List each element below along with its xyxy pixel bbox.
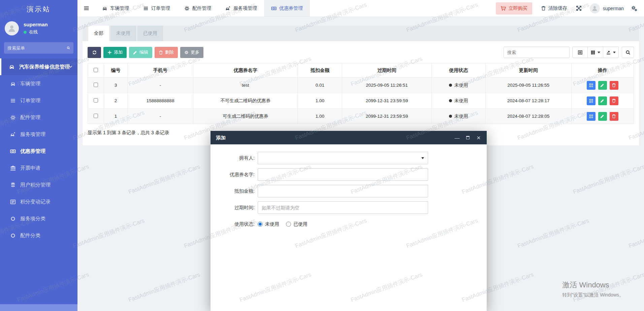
tab-service-mgmt[interactable]: 服务项管理 <box>218 0 264 17</box>
more-button[interactable]: 更多 <box>180 47 203 58</box>
avatar[interactable] <box>5 21 19 35</box>
expire-input[interactable] <box>258 201 428 214</box>
owner-label: 拥有人: <box>211 155 258 161</box>
row-edit-button[interactable] <box>598 112 607 121</box>
col-header-id[interactable]: 编号 <box>104 63 128 78</box>
sidebar-item-user-points-mgmt[interactable]: 用户积分管理 <box>0 176 77 193</box>
columns-button[interactable] <box>588 47 603 58</box>
fullscreen-button[interactable] <box>576 5 582 11</box>
add-button[interactable]: 添加 <box>103 47 127 58</box>
tab-coupon-mgmt[interactable]: 优惠券管理 <box>264 0 310 17</box>
filter-tab-used[interactable]: 已使用 <box>137 26 163 41</box>
clear-cache-button[interactable]: 清除缓存 <box>541 5 567 11</box>
col-header-name[interactable]: 优惠券名字 <box>193 63 298 78</box>
qrcode-button[interactable] <box>587 81 595 90</box>
sidebar-item-invoice-request[interactable]: 开票申请 <box>0 160 77 176</box>
clear-cache-label: 清除缓存 <box>548 5 567 11</box>
tab-vehicle-mgmt[interactable]: 车辆管理 <box>95 0 136 17</box>
row-edit-button[interactable] <box>598 81 607 90</box>
export-button[interactable] <box>603 47 619 58</box>
edit-button[interactable]: 编辑 <box>129 47 152 58</box>
status-option-unused[interactable]: 未使用 <box>258 221 279 227</box>
radio-used[interactable] <box>286 222 291 227</box>
close-button[interactable]: ✕ <box>476 135 481 140</box>
row-delete-button[interactable] <box>610 112 618 121</box>
maximize-button[interactable] <box>465 135 471 140</box>
top-navbar: 车辆管理 订单管理 配件管理 服务项管理 优惠券管理 立即购买 清除缓存 <box>77 0 644 17</box>
select-all-checkbox[interactable] <box>94 68 98 72</box>
col-header-status[interactable]: 使用状态 <box>431 63 485 78</box>
col-header-updated[interactable]: 更新时间 <box>485 63 571 78</box>
row-delete-button[interactable] <box>610 96 618 105</box>
sidebar-item-points-log[interactable]: 积分变动记录 <box>0 193 77 210</box>
settings-button[interactable] <box>631 5 637 11</box>
filter-tab-all[interactable]: 全部 <box>88 26 109 41</box>
tab-label: 订单管理 <box>151 5 170 11</box>
qrcode-icon <box>589 98 593 103</box>
refresh-button[interactable] <box>88 47 101 58</box>
hamburger-icon <box>84 5 89 11</box>
filter-tab-unused[interactable]: 未使用 <box>110 26 136 41</box>
sidebar-item-label: 优惠券管理 <box>20 148 45 154</box>
coupon-name-input[interactable] <box>258 168 428 181</box>
col-header-phone[interactable]: 手机号 <box>128 63 193 78</box>
car-icon <box>9 64 15 70</box>
trash-icon <box>159 50 163 55</box>
table-search-input[interactable] <box>504 47 570 58</box>
sidebar-item-car-maintenance-mgmt[interactable]: 汽车保养维修信息管理 <box>0 58 77 75</box>
sidebar-menu: 汽车保养维修信息管理 车辆管理 订单管理 配件管理 服务项管理 优惠券管理 开票… <box>0 58 77 244</box>
toggle-view-button[interactable] <box>572 47 588 58</box>
col-header-expire[interactable]: 过期时间 <box>342 63 431 78</box>
tab-label: 服务项管理 <box>233 5 257 11</box>
tab-label: 车辆管理 <box>110 5 129 11</box>
owner-select[interactable] <box>258 152 428 164</box>
status-option-used[interactable]: 已使用 <box>286 221 308 227</box>
status-dot-icon <box>449 99 452 102</box>
minimize-button[interactable]: — <box>454 135 460 140</box>
sidebar-item-parts-mgmt[interactable]: 配件管理 <box>0 109 77 126</box>
menu-search-box[interactable] <box>4 42 73 54</box>
radio-unused[interactable] <box>258 222 263 227</box>
amount-input[interactable] <box>258 185 428 197</box>
row-delete-button[interactable] <box>610 81 618 90</box>
sidebar-item-vehicle-mgmt[interactable]: 车辆管理 <box>0 75 77 92</box>
sidebar-item-service-category[interactable]: 服务项分类 <box>0 210 77 227</box>
app-title: 演示站 <box>0 0 77 17</box>
list-icon <box>10 98 16 104</box>
delete-button[interactable]: 删除 <box>155 47 178 58</box>
list-icon <box>143 6 149 11</box>
sidebar-item-parts-category[interactable]: 配件分类 <box>0 227 77 244</box>
sidebar-item-label: 用户积分管理 <box>20 182 51 188</box>
dialog-header[interactable]: 添加 — ✕ <box>211 131 487 144</box>
sidebar-item-service-mgmt[interactable]: 服务项管理 <box>0 126 77 143</box>
tab-order-mgmt[interactable]: 订单管理 <box>136 0 177 17</box>
search-icon <box>625 50 631 55</box>
online-status: 在线 <box>29 29 38 35</box>
qrcode-button[interactable] <box>587 112 595 121</box>
status-dot-icon <box>449 115 452 118</box>
table-row: 1 - 可生成二维码的优惠券 1.00 2099-12-31 23:59:59 … <box>88 109 634 124</box>
coupon-icon <box>271 6 277 11</box>
user-menu[interactable]: superman <box>590 3 624 13</box>
search-toggle-button[interactable] <box>622 47 634 58</box>
cell-expire: 2099-12-31 23:59:59 <box>342 93 431 109</box>
cell-phone: - <box>128 78 193 93</box>
col-header-amount[interactable]: 抵扣金额 <box>298 63 342 78</box>
qrcode-button[interactable] <box>587 96 595 105</box>
username: superman <box>24 22 48 27</box>
row-edit-button[interactable] <box>598 96 607 105</box>
menu-search-input[interactable] <box>7 46 67 51</box>
sidebar-item-order-mgmt[interactable]: 订单管理 <box>0 92 77 109</box>
table-view-button-group <box>572 47 619 58</box>
tab-label: 优惠券管理 <box>279 5 303 11</box>
row-checkbox[interactable] <box>94 98 98 103</box>
car-icon <box>10 81 16 87</box>
row-checkbox[interactable] <box>94 114 98 118</box>
row-checkbox[interactable] <box>94 83 98 87</box>
tab-parts-mgmt[interactable]: 配件管理 <box>177 0 218 17</box>
sidebar-item-coupon-mgmt[interactable]: 优惠券管理 <box>0 143 77 160</box>
buy-now-button[interactable]: 立即购买 <box>496 2 532 15</box>
cell-name: test <box>193 78 298 93</box>
menu-toggle-button[interactable] <box>77 0 95 17</box>
windows-activation-notice: 激活 Windows 转到"设置"以激活 Windows。 <box>562 280 624 298</box>
